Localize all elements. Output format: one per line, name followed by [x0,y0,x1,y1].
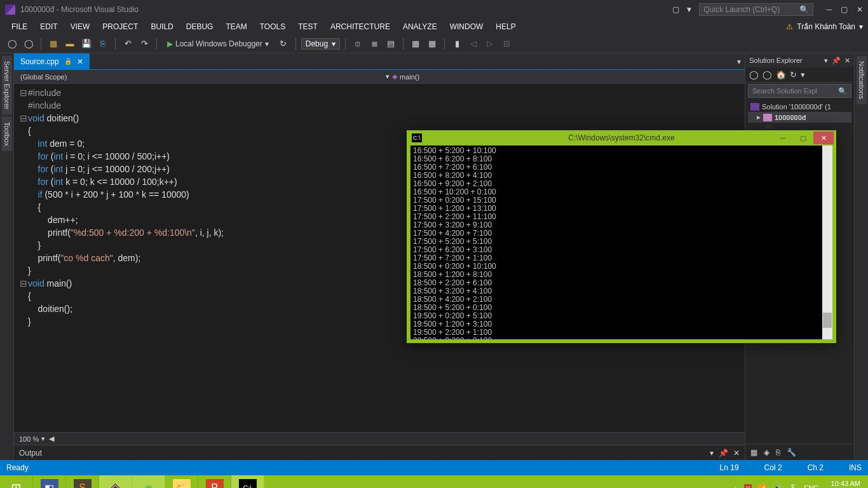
start-debugging-button[interactable]: ▶ Local Windows Debugger ▾ [162,38,274,50]
menu-tools[interactable]: TOOLS [254,20,292,34]
home-button[interactable]: 🏠 [776,70,786,79]
menu-file[interactable]: FILE [5,20,34,34]
minimize-button[interactable]: ─ [773,132,793,144]
scroll-left-icon[interactable]: ◀ [49,435,54,443]
tray-battery-icon[interactable]: 🔋 [789,484,797,489]
menu-test[interactable]: TEST [292,20,324,34]
solution-node[interactable]: Solution '1000000đ' (1 [748,102,851,112]
expand-icon[interactable]: ▸ [757,113,761,121]
user-account[interactable]: ⚠ Trần Khánh Toàn ▾ [786,22,863,31]
taskbar-app[interactable]: ◉ [132,475,165,488]
menu-build[interactable]: BUILD [144,20,179,34]
close-button[interactable]: ✕ [813,132,834,144]
close-button[interactable]: ✕ [857,5,863,14]
redo-button[interactable]: ↷ [137,37,151,51]
cmd-output: 16:500 + 5:200 + 10:100 16:500 + 6:200 +… [410,146,832,339]
maximize-button[interactable]: ▢ [841,5,848,14]
bookmark-button[interactable]: ▮ [450,37,464,51]
tray-chevron[interactable]: ▴ [734,484,738,489]
taskbar-clock[interactable]: 10:43 AM 12/10/2014 [825,480,860,488]
menu-window[interactable]: WINDOW [444,20,490,34]
maximize-button[interactable]: ▢ [793,132,813,144]
tb-button[interactable]: ▦ [425,37,439,51]
cmd-scrollbar[interactable] [822,146,832,339]
tabs-dropdown[interactable]: ▾ [733,57,745,66]
taskbar-cmd[interactable]: C:\ [231,475,264,488]
menu-analyze[interactable]: ANALYZE [397,20,444,34]
status-ch: Ch 2 [808,463,824,472]
close-icon[interactable]: ✕ [733,449,740,458]
tb-button[interactable]: ▦ [409,37,423,51]
wrench-icon[interactable]: 🔧 [787,448,796,457]
tray-volume-icon[interactable]: 🔊 [773,484,782,489]
refresh-button[interactable]: ↻ [790,70,797,79]
open-file-button[interactable]: ▬ [63,37,77,51]
menu-project[interactable]: PROJECT [96,20,144,34]
close-icon[interactable]: ✕ [77,57,83,66]
save-button[interactable]: 💾 [79,37,93,51]
pin-icon[interactable]: 📌 [719,449,728,458]
menu-view[interactable]: VIEW [64,20,97,34]
solution-explorer-header[interactable]: Solution Explorer ▾ 📌 ✕ [745,53,854,67]
taskbar-explorer[interactable]: 📁 [165,475,198,488]
cmd-titlebar[interactable]: C:\ C:\Windows\system32\cmd.exe ─ ▢ ✕ [407,130,836,146]
team-explorer-icon[interactable]: ⎘ [776,448,780,457]
flag-icon[interactable]: ▼ [686,5,693,14]
chevron-down-icon[interactable]: ▾ [801,70,805,79]
server-explorer-tab[interactable]: Server Explorer [2,56,12,114]
menu-team[interactable]: TEAM [219,20,253,34]
tray-lang[interactable]: ENG [804,484,819,488]
menu-help[interactable]: HELP [489,20,522,34]
toolbox-tab[interactable]: Toolbox [2,117,12,151]
user-name: Trần Khánh Toàn [797,22,855,31]
status-line: Ln 19 [720,463,739,472]
menu-edit[interactable]: EDIT [34,20,64,34]
class-view-icon[interactable]: ◈ [764,448,770,457]
undo-button[interactable]: ↶ [121,37,135,51]
new-project-button[interactable]: ▦ [46,37,60,51]
configuration-selector[interactable]: Debug ▾ [301,38,340,50]
menu-debug[interactable]: DEBUG [180,20,220,34]
nav-back-button[interactable]: ◯ [749,70,759,79]
cmd-window[interactable]: C:\ C:\Windows\system32\cmd.exe ─ ▢ ✕ 16… [407,130,836,343]
menu-architecture[interactable]: ARCHITECTURE [324,20,397,34]
chat-icon[interactable]: ▢ [672,5,679,14]
nav-fwd-button[interactable]: ◯ [763,70,772,79]
minimize-button[interactable]: ─ [826,5,832,14]
pin-icon[interactable]: 📌 [832,57,841,65]
scrollbar-thumb[interactable] [823,313,832,328]
close-icon[interactable]: ✕ [844,57,850,65]
project-node[interactable]: ▸ 1000000đ [748,112,851,123]
chevron-down-icon[interactable]: ▾ [710,449,714,458]
tb-button[interactable]: ◁ [466,37,480,51]
tb-button[interactable]: ▤ [384,37,398,51]
save-all-button[interactable]: ⎘ [96,37,110,51]
chevron-down-icon: ▾ [859,22,863,31]
tab-source-cpp[interactable]: Source.cpp 🔒 ✕ [14,53,90,70]
chevron-down-icon[interactable]: ▾ [824,57,828,65]
taskbar-powerpoint[interactable]: P [198,475,231,488]
scope-right-selector[interactable]: ▾ ◈ main() [379,72,745,81]
tb-button[interactable]: ▷ [483,37,497,51]
nav-back-button[interactable]: ◯ [5,37,19,51]
tb-button[interactable]: ⎅ [351,37,365,51]
tb-button[interactable]: ≣ [367,37,381,51]
tray-icon[interactable]: V [744,484,752,488]
properties-icon[interactable]: ▦ [750,448,757,457]
solution-search-input[interactable]: Search Solution Expl 🔍 [748,84,851,98]
taskbar-app[interactable]: ◧ [33,475,66,488]
taskbar-app[interactable]: S [66,475,99,488]
scope-left-selector[interactable]: (Global Scope) [14,73,379,81]
start-button[interactable]: ⊞ [0,475,33,488]
play-icon: ▶ [167,39,173,48]
taskbar-visualstudio[interactable]: ◈ [99,475,132,488]
status-col: Col 2 [764,463,782,472]
nav-fwd-button[interactable]: ◯ [22,37,36,51]
tb-button[interactable]: ⊟ [499,37,513,51]
zoom-selector[interactable]: 100 % ▾ ◀ [14,432,745,445]
tray-network-icon[interactable]: 📶 [758,484,767,489]
output-panel-header[interactable]: Output ▾ 📌 ✕ [14,445,745,460]
notifications-tab[interactable]: Notifications [857,56,867,104]
quick-launch-input[interactable]: Quick Launch (Ctrl+Q) 🔍 [699,3,813,16]
refresh-button[interactable]: ↻ [276,37,290,51]
